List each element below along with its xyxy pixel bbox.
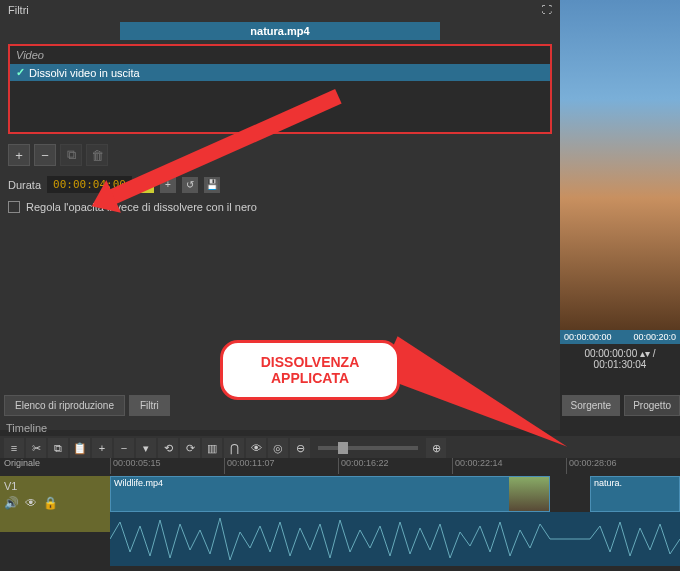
annotation-callout: DISSOLVENZA APPLICATA	[220, 340, 400, 400]
track-v1-head[interactable]: V1 🔊 👁 🔒	[0, 476, 110, 532]
add-filter-button[interactable]: +	[8, 144, 30, 166]
duration-label: Durata	[8, 179, 41, 191]
snap-button[interactable]: ⋂	[224, 438, 244, 458]
clip-natura[interactable]: natura.	[590, 476, 680, 512]
tick: 00:00:22:14	[452, 458, 566, 474]
delete-filter-button[interactable]: 🗑	[86, 144, 108, 166]
duration-reset-button[interactable]: ↺	[182, 177, 198, 193]
paste-button[interactable]: 📋	[70, 438, 90, 458]
callout-line1: DISSOLVENZA	[261, 354, 360, 370]
speaker-icon[interactable]: 🔊	[4, 496, 19, 510]
menu-button[interactable]: ≡	[4, 438, 24, 458]
current-time[interactable]: 00:00:00:00	[584, 348, 637, 359]
clip-thumbnail	[509, 477, 549, 512]
preview-time-ruler[interactable]: 00:00:00:00 00:00:20:0	[560, 330, 680, 344]
tab-playlist[interactable]: Elenco di riproduzione	[4, 395, 125, 416]
columns-button[interactable]: ▥	[202, 438, 222, 458]
opacity-checkbox[interactable]	[8, 201, 20, 213]
tick: 00:00:11:07	[224, 458, 338, 474]
filter-toolbar: + − ⧉ 🗑	[0, 138, 560, 172]
video-preview[interactable]	[560, 0, 680, 330]
cut-button[interactable]: ✂	[26, 438, 46, 458]
ruler-label: Originale	[4, 458, 40, 468]
tick: 00:00:16:22	[338, 458, 452, 474]
clip-name-bar: natura.mp4	[120, 22, 440, 40]
timeline-toolbar: ≡ ✂ ⧉ 📋 + − ▾ ⟲ ⟳ ▥ ⋂ 👁 ◎ ⊖ ⊕	[0, 436, 680, 460]
zoom-in-button[interactable]: ⊕	[426, 438, 446, 458]
remove-filter-button[interactable]: −	[34, 144, 56, 166]
tab-filters[interactable]: Filtri	[129, 395, 170, 416]
target-button[interactable]: ◎	[268, 438, 288, 458]
dropdown-button[interactable]: ▾	[136, 438, 156, 458]
zoom-slider[interactable]	[318, 446, 418, 450]
filter-item-label: Dissolvi video in uscita	[29, 67, 140, 79]
callout-line2: APPLICATA	[261, 370, 360, 386]
tab-project[interactable]: Progetto	[624, 395, 680, 416]
add-button[interactable]: +	[92, 438, 112, 458]
preview-time-start: 00:00:00:00	[564, 332, 612, 342]
visibility-button[interactable]: 👁	[246, 438, 266, 458]
preview-time-end: 00:00:20:0	[633, 332, 676, 342]
check-icon: ✓	[16, 66, 25, 79]
audio-waveform[interactable]	[110, 512, 680, 566]
clip-wildlife[interactable]: Wildlife.mp4	[110, 476, 550, 512]
copy-filter-button[interactable]: ⧉	[60, 144, 82, 166]
filters-panel-title: Filtri	[8, 4, 29, 16]
eye-icon[interactable]: 👁	[25, 496, 37, 510]
clip-label: natura.	[594, 478, 622, 488]
tick: 00:00:05:15	[110, 458, 224, 474]
stepper-icon[interactable]: ▴▾	[640, 348, 650, 359]
lock-icon[interactable]: 🔒	[43, 496, 58, 510]
remove-button[interactable]: −	[114, 438, 134, 458]
ruler-ticks[interactable]: 00:00:05:15 00:00:11:07 00:00:16:22 00:0…	[110, 458, 680, 474]
zoom-out-button[interactable]: ⊖	[290, 438, 310, 458]
tick: 00:00:28:06	[566, 458, 680, 474]
clip-label: Wildlife.mp4	[114, 478, 163, 488]
duration-save-button[interactable]: 💾	[204, 177, 220, 193]
undo-button[interactable]: ⟲	[158, 438, 178, 458]
filter-item-dissolve-out[interactable]: ✓ Dissolvi video in uscita	[10, 64, 550, 81]
copy-button[interactable]: ⧉	[48, 438, 68, 458]
popup-panel-icon[interactable]: ⛶	[542, 4, 552, 16]
opacity-checkbox-label: Regola l'opacità invece di dissolvere co…	[26, 201, 257, 213]
redo-button[interactable]: ⟳	[180, 438, 200, 458]
track-label: V1	[4, 480, 106, 492]
filter-group-video: Video	[10, 46, 550, 64]
